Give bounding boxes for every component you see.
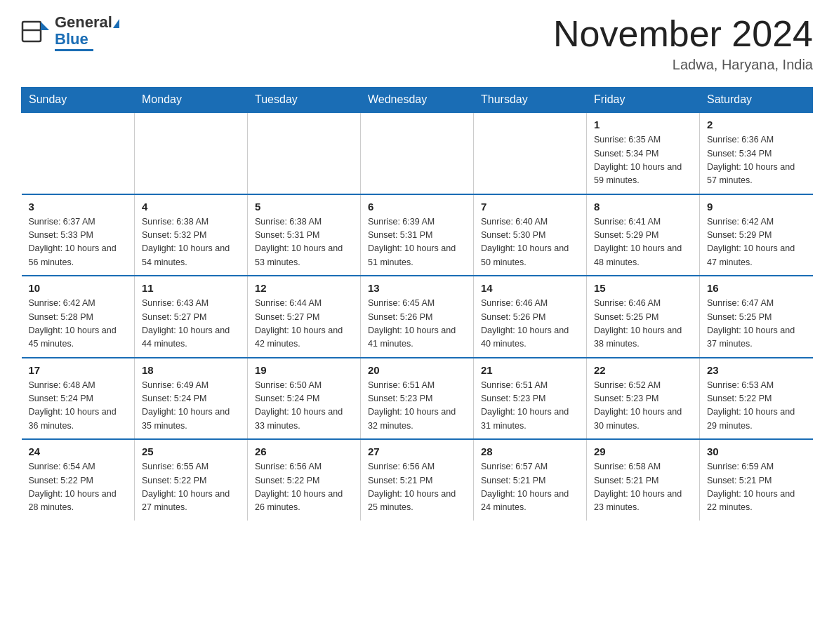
day-number: 30	[707, 445, 806, 457]
week-row-4: 17Sunrise: 6:48 AM Sunset: 5:24 PM Dayli…	[22, 358, 813, 440]
svg-marker-1	[41, 22, 49, 30]
day-cell	[22, 112, 135, 194]
day-cell: 8Sunrise: 6:41 AM Sunset: 5:29 PM Daylig…	[587, 194, 700, 276]
day-cell: 20Sunrise: 6:51 AM Sunset: 5:23 PM Dayli…	[361, 358, 474, 440]
calendar-body: 1Sunrise: 6:35 AM Sunset: 5:34 PM Daylig…	[22, 112, 813, 521]
day-number: 27	[368, 445, 466, 457]
day-number: 28	[481, 445, 579, 457]
day-cell: 28Sunrise: 6:57 AM Sunset: 5:21 PM Dayli…	[474, 439, 587, 521]
day-cell	[248, 112, 361, 194]
day-info: Sunrise: 6:51 AM Sunset: 5:23 PM Dayligh…	[481, 379, 579, 434]
month-title: November 2024	[553, 14, 813, 54]
day-cell	[361, 112, 474, 194]
day-info: Sunrise: 6:55 AM Sunset: 5:22 PM Dayligh…	[142, 460, 240, 515]
svg-rect-0	[22, 22, 41, 41]
day-cell: 3Sunrise: 6:37 AM Sunset: 5:33 PM Daylig…	[22, 194, 135, 276]
day-cell: 11Sunrise: 6:43 AM Sunset: 5:27 PM Dayli…	[135, 276, 248, 358]
day-info: Sunrise: 6:40 AM Sunset: 5:30 PM Dayligh…	[481, 215, 579, 270]
day-cell: 12Sunrise: 6:44 AM Sunset: 5:27 PM Dayli…	[248, 276, 361, 358]
logo-underline	[55, 49, 93, 51]
header-thursday: Thursday	[474, 88, 587, 113]
day-cell: 7Sunrise: 6:40 AM Sunset: 5:30 PM Daylig…	[474, 194, 587, 276]
day-cell: 25Sunrise: 6:55 AM Sunset: 5:22 PM Dayli…	[135, 439, 248, 521]
week-row-1: 1Sunrise: 6:35 AM Sunset: 5:34 PM Daylig…	[22, 112, 813, 194]
day-info: Sunrise: 6:37 AM Sunset: 5:33 PM Dayligh…	[29, 215, 128, 270]
day-number: 11	[142, 282, 240, 294]
day-cell: 4Sunrise: 6:38 AM Sunset: 5:32 PM Daylig…	[135, 194, 248, 276]
header-friday: Friday	[587, 88, 700, 113]
logo-general-text: General	[55, 13, 112, 31]
day-info: Sunrise: 6:41 AM Sunset: 5:29 PM Dayligh…	[594, 215, 692, 270]
day-cell	[135, 112, 248, 194]
logo-blue-text: Blue	[55, 30, 88, 48]
day-number: 6	[368, 201, 466, 213]
logo: General Blue	[21, 14, 119, 51]
day-info: Sunrise: 6:44 AM Sunset: 5:27 PM Dayligh…	[255, 297, 353, 351]
logo-icon	[21, 16, 52, 50]
day-number: 21	[481, 364, 579, 376]
page-header: General Blue November 2024 Ladwa, Haryan…	[21, 14, 813, 73]
header-sunday: Sunday	[22, 88, 135, 113]
day-info: Sunrise: 6:49 AM Sunset: 5:24 PM Dayligh…	[142, 379, 240, 434]
day-cell: 1Sunrise: 6:35 AM Sunset: 5:34 PM Daylig…	[587, 112, 700, 194]
location-title: Ladwa, Haryana, India	[553, 57, 813, 73]
day-info: Sunrise: 6:45 AM Sunset: 5:26 PM Dayligh…	[368, 297, 466, 351]
day-info: Sunrise: 6:46 AM Sunset: 5:26 PM Dayligh…	[481, 297, 579, 351]
day-number: 15	[594, 282, 692, 294]
day-info: Sunrise: 6:42 AM Sunset: 5:29 PM Dayligh…	[707, 215, 806, 270]
day-info: Sunrise: 6:56 AM Sunset: 5:22 PM Dayligh…	[255, 460, 353, 515]
day-number: 16	[707, 282, 806, 294]
day-number: 17	[29, 364, 128, 376]
day-cell: 22Sunrise: 6:52 AM Sunset: 5:23 PM Dayli…	[587, 358, 700, 440]
day-info: Sunrise: 6:39 AM Sunset: 5:31 PM Dayligh…	[368, 215, 466, 270]
calendar-header: SundayMondayTuesdayWednesdayThursdayFrid…	[22, 88, 813, 113]
calendar-table: SundayMondayTuesdayWednesdayThursdayFrid…	[21, 87, 813, 521]
day-info: Sunrise: 6:38 AM Sunset: 5:31 PM Dayligh…	[255, 215, 353, 270]
day-number: 9	[707, 201, 806, 213]
day-info: Sunrise: 6:52 AM Sunset: 5:23 PM Dayligh…	[594, 379, 692, 434]
day-cell: 6Sunrise: 6:39 AM Sunset: 5:31 PM Daylig…	[361, 194, 474, 276]
day-number: 13	[368, 282, 466, 294]
day-cell: 29Sunrise: 6:58 AM Sunset: 5:21 PM Dayli…	[587, 439, 700, 521]
day-cell: 18Sunrise: 6:49 AM Sunset: 5:24 PM Dayli…	[135, 358, 248, 440]
day-cell: 10Sunrise: 6:42 AM Sunset: 5:28 PM Dayli…	[22, 276, 135, 358]
day-number: 24	[29, 445, 128, 457]
day-cell: 30Sunrise: 6:59 AM Sunset: 5:21 PM Dayli…	[700, 439, 813, 521]
day-number: 2	[707, 119, 806, 130]
day-info: Sunrise: 6:53 AM Sunset: 5:22 PM Dayligh…	[707, 379, 806, 434]
header-tuesday: Tuesday	[248, 88, 361, 113]
day-number: 3	[29, 201, 128, 213]
header-row: SundayMondayTuesdayWednesdayThursdayFrid…	[22, 88, 813, 113]
day-cell: 21Sunrise: 6:51 AM Sunset: 5:23 PM Dayli…	[474, 358, 587, 440]
day-number: 20	[368, 364, 466, 376]
day-number: 8	[594, 201, 692, 213]
day-number: 12	[255, 282, 353, 294]
day-cell: 2Sunrise: 6:36 AM Sunset: 5:34 PM Daylig…	[700, 112, 813, 194]
day-info: Sunrise: 6:47 AM Sunset: 5:25 PM Dayligh…	[707, 297, 806, 351]
day-cell: 5Sunrise: 6:38 AM Sunset: 5:31 PM Daylig…	[248, 194, 361, 276]
day-number: 18	[142, 364, 240, 376]
day-info: Sunrise: 6:57 AM Sunset: 5:21 PM Dayligh…	[481, 460, 579, 515]
day-info: Sunrise: 6:58 AM Sunset: 5:21 PM Dayligh…	[594, 460, 692, 515]
day-info: Sunrise: 6:54 AM Sunset: 5:22 PM Dayligh…	[29, 460, 128, 515]
day-number: 1	[594, 119, 692, 130]
title-area: November 2024 Ladwa, Haryana, India	[553, 14, 813, 73]
week-row-3: 10Sunrise: 6:42 AM Sunset: 5:28 PM Dayli…	[22, 276, 813, 358]
day-number: 23	[707, 364, 806, 376]
day-cell: 19Sunrise: 6:50 AM Sunset: 5:24 PM Dayli…	[248, 358, 361, 440]
day-info: Sunrise: 6:48 AM Sunset: 5:24 PM Dayligh…	[29, 379, 128, 434]
day-cell: 9Sunrise: 6:42 AM Sunset: 5:29 PM Daylig…	[700, 194, 813, 276]
week-row-5: 24Sunrise: 6:54 AM Sunset: 5:22 PM Dayli…	[22, 439, 813, 521]
day-number: 26	[255, 445, 353, 457]
day-info: Sunrise: 6:59 AM Sunset: 5:21 PM Dayligh…	[707, 460, 806, 515]
logo-triangle-icon	[113, 19, 119, 28]
day-cell: 14Sunrise: 6:46 AM Sunset: 5:26 PM Dayli…	[474, 276, 587, 358]
day-number: 14	[481, 282, 579, 294]
day-number: 25	[142, 445, 240, 457]
day-info: Sunrise: 6:50 AM Sunset: 5:24 PM Dayligh…	[255, 379, 353, 434]
day-cell: 17Sunrise: 6:48 AM Sunset: 5:24 PM Dayli…	[22, 358, 135, 440]
day-number: 22	[594, 364, 692, 376]
day-cell: 13Sunrise: 6:45 AM Sunset: 5:26 PM Dayli…	[361, 276, 474, 358]
day-number: 19	[255, 364, 353, 376]
day-number: 29	[594, 445, 692, 457]
